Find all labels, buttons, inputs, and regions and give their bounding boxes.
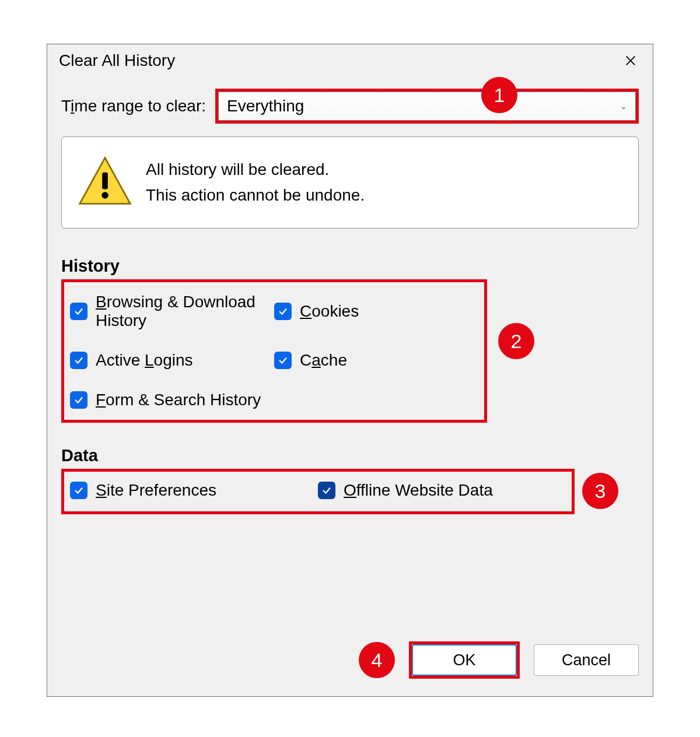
annotation-frame-3: Site Preferences Offline Website Data 3 — [61, 469, 575, 514]
warning-line-2: This action cannot be undone. — [146, 183, 365, 208]
checkbox-label: Active Logins — [96, 351, 193, 370]
checkbox-cookies[interactable]: Cookies — [274, 293, 478, 330]
warning-icon — [77, 153, 133, 212]
checkbox-label: Site Preferences — [96, 481, 216, 500]
annotation-frame-1: Everything ⌄ — [215, 89, 639, 124]
cancel-button[interactable]: Cancel — [534, 644, 639, 676]
time-range-row: Time range to clear: Everything ⌄ 1 — [61, 89, 639, 124]
checkbox-icon — [318, 482, 335, 499]
button-row: 4 OK Cancel — [359, 641, 639, 679]
checkbox-site-preferences[interactable]: Site Preferences — [70, 481, 318, 500]
checkbox-active-logins[interactable]: Active Logins — [70, 351, 274, 370]
callout-2: 2 — [498, 323, 534, 359]
ok-button[interactable]: OK — [412, 644, 517, 676]
checkbox-icon — [274, 303, 292, 320]
warning-line-1: All history will be cleared. — [146, 157, 365, 183]
checkbox-label: Offline Website Data — [344, 481, 493, 500]
annotation-frame-2: Browsing & Download History Cookies Acti… — [61, 279, 487, 423]
close-icon — [624, 54, 637, 67]
callout-1: 1 — [481, 77, 517, 113]
checkbox-offline-website-data[interactable]: Offline Website Data — [318, 481, 566, 500]
checkbox-icon — [274, 352, 292, 369]
chevron-down-icon: ⌄ — [620, 101, 627, 111]
checkbox-icon — [70, 482, 88, 499]
titlebar: Clear All History — [47, 44, 653, 77]
checkbox-label: Browsing & Download History — [96, 293, 274, 330]
data-heading: Data — [61, 446, 639, 465]
svg-rect-1 — [102, 173, 108, 189]
dialog-content: Time range to clear: Everything ⌄ 1 All … — [47, 77, 653, 514]
callout-4: 4 — [359, 642, 395, 678]
time-range-value: Everything — [227, 97, 304, 115]
close-button[interactable] — [613, 49, 648, 72]
callout-3: 3 — [582, 473, 618, 509]
checkbox-cache[interactable]: Cache — [274, 351, 478, 370]
warning-text: All history will be cleared. This action… — [146, 157, 365, 208]
checkbox-form-search-history[interactable]: Form & Search History — [70, 391, 274, 409]
annotation-frame-4: OK — [409, 641, 520, 679]
checkbox-label: Cookies — [300, 302, 359, 321]
checkbox-browsing-download-history[interactable]: Browsing & Download History — [70, 293, 274, 330]
checkbox-icon — [70, 303, 88, 320]
checkbox-icon — [70, 352, 88, 369]
time-range-select[interactable]: Everything ⌄ — [218, 92, 636, 121]
svg-point-2 — [102, 192, 108, 199]
checkbox-label: Cache — [300, 351, 347, 370]
checkbox-label: Form & Search History — [96, 391, 261, 409]
checkbox-icon — [70, 391, 88, 409]
clear-history-dialog: Clear All History Time range to clear: E… — [47, 44, 653, 697]
dialog-title: Clear All History — [59, 51, 175, 70]
warning-box: All history will be cleared. This action… — [61, 136, 639, 229]
time-range-label: Time range to clear: — [61, 97, 206, 115]
history-heading: History — [61, 257, 639, 276]
